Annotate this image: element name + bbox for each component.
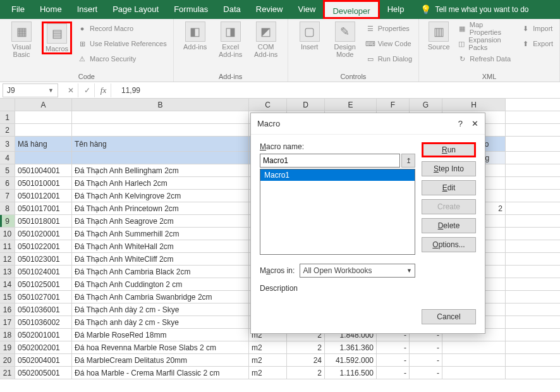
close-icon[interactable]: ✕	[472, 119, 478, 128]
row-header[interactable]: 20	[0, 354, 15, 366]
cell[interactable]: Đá Thạch Anh Princetown 2cm	[72, 202, 249, 214]
cell[interactable]: m2	[249, 367, 287, 379]
cancel-button[interactable]: Cancel	[422, 309, 476, 324]
cell[interactable]: 0501020001	[15, 228, 72, 240]
cell[interactable]: 0501022001	[15, 240, 72, 252]
cell[interactable]: 0501010001	[15, 177, 72, 189]
row-header[interactable]: 6	[0, 177, 15, 189]
col-header-b[interactable]: B	[72, 99, 249, 111]
row-header[interactable]: 11	[0, 240, 15, 252]
select-all-corner[interactable]	[0, 99, 15, 111]
excel-addins-button[interactable]: ◨Excel Add-ins	[216, 21, 246, 58]
cell[interactable]: Đá Thạch Anh Cambria Black 2cm	[72, 266, 249, 278]
use-relative-button[interactable]: ⊞Use Relative References	[77, 37, 167, 51]
cell[interactable]: -	[377, 367, 410, 379]
cell[interactable]: 0501036001	[15, 303, 72, 315]
macro-name-input[interactable]	[260, 154, 400, 168]
refresh-data-button[interactable]: ↻Refresh Data	[457, 52, 515, 66]
cell[interactable]: Đá Thạch Anh Seagrove 2cm	[72, 215, 249, 227]
cell[interactable]: 41.592.000	[325, 354, 377, 366]
row-header[interactable]: 13	[0, 266, 15, 278]
cell[interactable]: Đá Thạch Anh Harlech 2cm	[72, 177, 249, 189]
cell[interactable]	[442, 341, 506, 353]
cell[interactable]: 0501036002	[15, 316, 72, 328]
tab-view[interactable]: View	[290, 0, 323, 19]
enter-formula-button[interactable]: ✓	[80, 83, 95, 97]
run-dialog-button[interactable]: ▭Run Dialog	[365, 52, 412, 66]
row-header[interactable]: 10	[0, 228, 15, 240]
cell[interactable]: -	[410, 367, 442, 379]
cell[interactable]: 0501027001	[15, 291, 72, 303]
row-header[interactable]: 12	[0, 253, 15, 265]
tab-review[interactable]: Review	[248, 0, 291, 19]
expansion-packs-button[interactable]: ◫Expansion Packs	[457, 37, 515, 51]
list-item[interactable]: Macro1	[260, 169, 415, 181]
macros-button[interactable]: ▤ Macros	[42, 21, 72, 54]
tab-developer[interactable]: Developer	[323, 0, 379, 19]
cancel-formula-button[interactable]: ✕	[63, 83, 78, 97]
row-header[interactable]: 3	[0, 137, 15, 151]
col-header-g[interactable]: G	[410, 99, 442, 111]
cell[interactable]: 1.116.500	[325, 367, 377, 379]
cell[interactable]: Đá Thạch Anh Cuddington 2 cm	[72, 278, 249, 290]
cell[interactable]: Đá Thạch anh dày 2 cm - Skye	[72, 316, 249, 328]
cell[interactable]: -	[377, 354, 410, 366]
macro-list[interactable]: Macro1	[260, 169, 415, 255]
tab-data[interactable]: Data	[216, 0, 248, 19]
import-button[interactable]: ⬇Import	[520, 21, 553, 35]
run-button[interactable]: Run	[422, 142, 476, 157]
cell[interactable]: Đá Thạch Anh WhiteCliff 2cm	[72, 253, 249, 265]
cell[interactable]: 0502001001	[15, 329, 72, 341]
col-header-d[interactable]: D	[287, 99, 325, 111]
row-header[interactable]: 8	[0, 202, 15, 214]
edit-button[interactable]: Edit	[422, 180, 476, 195]
cell[interactable]: 0501018001	[15, 215, 72, 227]
view-code-button[interactable]: ⌨View Code	[365, 37, 412, 51]
cell[interactable]: -	[410, 354, 442, 366]
formula-input[interactable]: 11,99	[116, 83, 560, 97]
step-into-button[interactable]: Step Into	[422, 161, 476, 176]
cell[interactable]: 2	[287, 341, 325, 353]
cell[interactable]: 0502002001	[15, 341, 72, 353]
properties-button[interactable]: ☰Properties	[365, 21, 412, 35]
cell[interactable]: 0502005001	[15, 367, 72, 379]
row-header[interactable]: 15	[0, 291, 15, 303]
design-mode-button[interactable]: ✎Design Mode	[330, 21, 360, 58]
row-header[interactable]: 5	[0, 164, 15, 176]
visual-basic-button[interactable]: ▦ Visual Basic	[6, 21, 37, 58]
addins-button[interactable]: ◧Add-ins	[180, 21, 210, 51]
cell[interactable]: 1.361.360	[325, 341, 377, 353]
cell[interactable]	[442, 367, 506, 379]
row-header[interactable]: 16	[0, 303, 15, 315]
row-header[interactable]: 9	[0, 215, 15, 227]
cell[interactable]: Đá Thạch Anh Summerhill 2cm	[72, 228, 249, 240]
tab-page-layout[interactable]: Page Layout	[105, 0, 166, 19]
col-header-a[interactable]: A	[15, 99, 72, 111]
row-header[interactable]: 21	[0, 367, 15, 379]
cell[interactable]: Đá Thạch Anh Cambria Swanbridge 2cm	[72, 291, 249, 303]
macro-security-button[interactable]: ⚠Macro Security	[77, 52, 167, 66]
fx-button[interactable]: fx	[96, 83, 111, 97]
cell[interactable]: 0501017001	[15, 202, 72, 214]
cell[interactable]: 0501012001	[15, 190, 72, 202]
col-header-f[interactable]: F	[377, 99, 410, 111]
cell[interactable]: 0501025001	[15, 278, 72, 290]
row-header[interactable]: 7	[0, 190, 15, 202]
tab-insert[interactable]: Insert	[70, 0, 106, 19]
cell[interactable]: Đá Thạch Anh WhiteHall 2cm	[72, 240, 249, 252]
row-header[interactable]: 2	[0, 124, 15, 136]
tell-me-search[interactable]: 💡 Tell me what you want to do	[411, 4, 528, 15]
tab-file[interactable]: File	[4, 0, 32, 19]
cell[interactable]: m2	[249, 341, 287, 353]
insert-button[interactable]: ▢Insert	[295, 21, 325, 51]
row-header[interactable]: 18	[0, 329, 15, 341]
name-box[interactable]: J9 ▼	[3, 83, 58, 97]
cell[interactable]: Đá MarbleCream Delitatus 20mm	[72, 354, 249, 366]
row-header[interactable]: 14	[0, 278, 15, 290]
col-header-h[interactable]: H	[442, 99, 506, 111]
cell[interactable]: -	[410, 341, 442, 353]
cell[interactable]: Đá hoa Marble - Crema Marfil Classic 2 c…	[72, 367, 249, 379]
row-header[interactable]: 17	[0, 316, 15, 328]
cell[interactable]: Đá Thạch Anh Bellingham 2cm	[72, 164, 249, 176]
help-icon[interactable]: ?	[458, 119, 463, 128]
